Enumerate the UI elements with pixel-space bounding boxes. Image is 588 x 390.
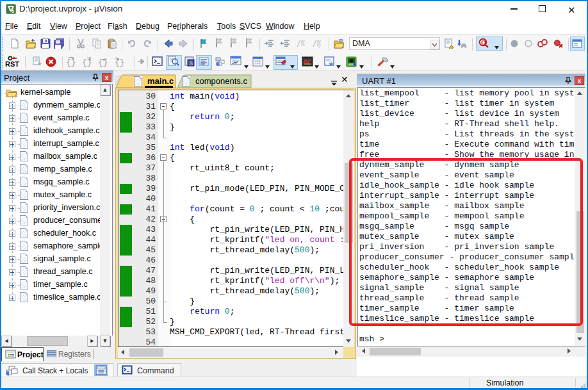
svg-text:S: S	[189, 60, 193, 67]
svg-text:Q: Q	[481, 39, 486, 46]
svg-text:5: 5	[12, 9, 14, 13]
svg-text:RST: RST	[5, 60, 19, 67]
svg-text:{}: {}	[66, 58, 76, 67]
svg-text:{}: {}	[115, 58, 125, 67]
